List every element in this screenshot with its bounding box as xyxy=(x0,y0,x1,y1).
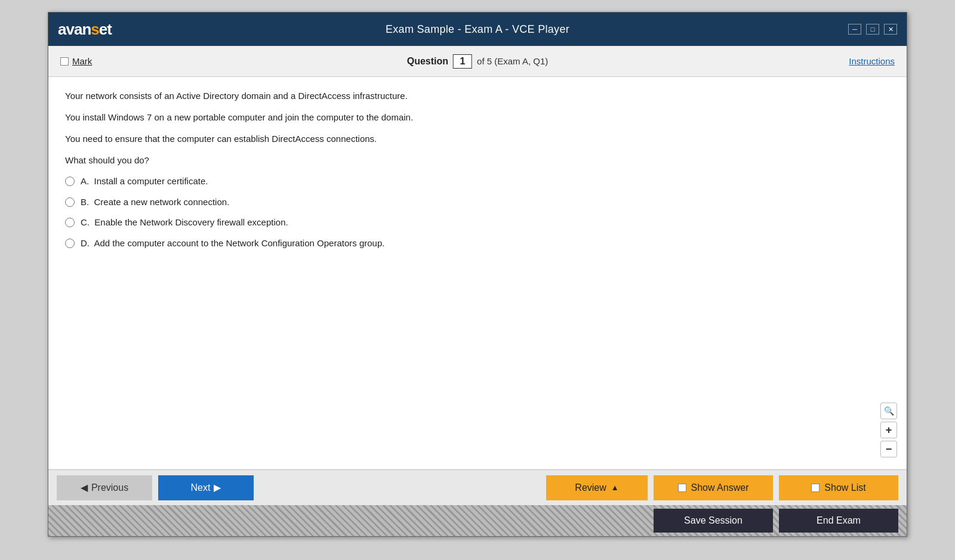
option-d[interactable]: D. Add the computer account to the Netwo… xyxy=(65,237,890,250)
question-text: Your network consists of an Active Direc… xyxy=(65,89,890,168)
previous-button[interactable]: ◀ Previous xyxy=(57,475,152,500)
app-logo: avanset xyxy=(58,20,112,39)
zoom-controls: 🔍 + − xyxy=(880,403,897,457)
logo-area: avanset xyxy=(58,20,112,39)
show-list-label: Show List xyxy=(824,482,865,493)
option-a-label: A. Install a computer certificate. xyxy=(81,175,208,188)
logo-accent: s xyxy=(91,20,98,38)
mark-checkbox[interactable] xyxy=(60,57,69,66)
title-bar: avanset Exam Sample - Exam A - VCE Playe… xyxy=(48,13,907,46)
show-answer-button[interactable]: Show Answer xyxy=(654,475,773,500)
option-d-label: D. Add the computer account to the Netwo… xyxy=(81,237,384,250)
mark-container: Mark xyxy=(60,56,92,66)
previous-label: Previous xyxy=(91,482,128,493)
close-button[interactable]: ✕ xyxy=(884,24,897,35)
prev-arrow-icon: ◀ xyxy=(81,482,88,493)
question-info: Question 1 of 5 (Exam A, Q1) xyxy=(407,54,549,69)
show-list-checkbox-icon xyxy=(811,484,820,492)
save-session-button[interactable]: Save Session xyxy=(654,509,773,533)
option-a[interactable]: A. Install a computer certificate. xyxy=(65,175,890,188)
minimize-button[interactable]: ─ xyxy=(848,24,861,35)
review-label: Review xyxy=(575,482,606,493)
question-label: Question xyxy=(407,56,448,67)
zoom-in-button[interactable]: + xyxy=(880,422,897,438)
question-para-1: Your network consists of an Active Direc… xyxy=(65,89,890,103)
radio-a[interactable] xyxy=(65,177,75,186)
question-stem: What should you do? xyxy=(65,153,890,168)
mark-label[interactable]: Mark xyxy=(72,56,92,66)
radio-d[interactable] xyxy=(65,239,75,248)
next-label: Next xyxy=(191,482,211,493)
toolbar: Mark Question 1 of 5 (Exam A, Q1) Instru… xyxy=(48,46,907,77)
options-list: A. Install a computer certificate. B. Cr… xyxy=(65,175,890,250)
option-b[interactable]: B. Create a new network connection. xyxy=(65,196,890,209)
bottom-nav: ◀ Previous Next ▶ Review ▲ Show Answer S… xyxy=(48,469,907,505)
question-para-2: You install Windows 7 on a new portable … xyxy=(65,110,890,125)
zoom-out-button[interactable]: − xyxy=(880,441,897,457)
option-c-label: C. Enable the Network Discovery firewall… xyxy=(81,216,288,230)
zoom-search-button[interactable]: 🔍 xyxy=(880,403,897,419)
end-exam-button[interactable]: End Exam xyxy=(779,509,898,533)
review-arrow-icon: ▲ xyxy=(611,483,619,492)
window-title: Exam Sample - Exam A - VCE Player xyxy=(386,23,569,36)
radio-c[interactable] xyxy=(65,218,75,227)
instructions-link[interactable]: Instructions xyxy=(849,56,895,66)
action-bar: Save Session End Exam xyxy=(48,505,907,536)
question-para-3: You need to ensure that the computer can… xyxy=(65,132,890,146)
show-list-button[interactable]: Show List xyxy=(779,475,898,500)
show-answer-checkbox-icon xyxy=(678,484,686,492)
question-of-label: of 5 (Exam A, Q1) xyxy=(477,56,548,66)
review-button[interactable]: Review ▲ xyxy=(546,475,648,500)
option-c[interactable]: C. Enable the Network Discovery firewall… xyxy=(65,216,890,230)
question-number-box: 1 xyxy=(453,54,472,69)
option-b-label: B. Create a new network connection. xyxy=(81,196,229,209)
next-button[interactable]: Next ▶ xyxy=(158,475,254,500)
window-controls: ─ □ ✕ xyxy=(848,24,897,35)
radio-b[interactable] xyxy=(65,197,75,207)
show-answer-label: Show Answer xyxy=(691,482,749,493)
next-arrow-icon: ▶ xyxy=(214,482,221,493)
content-area: Your network consists of an Active Direc… xyxy=(48,77,907,469)
restore-button[interactable]: □ xyxy=(866,24,879,35)
